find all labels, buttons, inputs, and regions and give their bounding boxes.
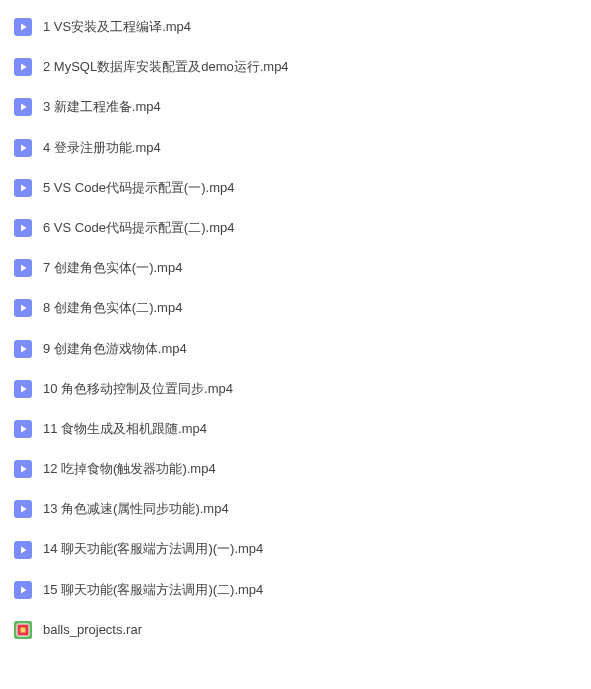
file-name: 9 创建角色游戏物体.mp4 (43, 340, 187, 358)
file-name: 8 创建角色实体(二).mp4 (43, 299, 182, 317)
file-row[interactable]: 13 角色减速(属性同步功能).mp4 (14, 500, 577, 518)
file-name: 12 吃掉食物(触发器功能).mp4 (43, 460, 216, 478)
file-row[interactable]: 3 新建工程准备.mp4 (14, 98, 577, 116)
video-icon (14, 259, 32, 277)
file-name: 11 食物生成及相机跟随.mp4 (43, 420, 207, 438)
video-icon (14, 581, 32, 599)
video-icon (14, 460, 32, 478)
file-name: 15 聊天功能(客服端方法调用)(二).mp4 (43, 581, 263, 599)
file-row[interactable]: 8 创建角色实体(二).mp4 (14, 299, 577, 317)
rar-icon (14, 621, 32, 639)
file-list: 1 VS安装及工程编译.mp4 2 MySQL数据库安装配置及demo运行.mp… (14, 18, 577, 639)
file-name: 14 聊天功能(客服端方法调用)(一).mp4 (43, 540, 263, 558)
file-name: 10 角色移动控制及位置同步.mp4 (43, 380, 233, 398)
file-name: balls_projects.rar (43, 621, 142, 639)
file-row[interactable]: 9 创建角色游戏物体.mp4 (14, 340, 577, 358)
file-row[interactable]: 1 VS安装及工程编译.mp4 (14, 18, 577, 36)
video-icon (14, 340, 32, 358)
video-icon (14, 179, 32, 197)
file-name: 7 创建角色实体(一).mp4 (43, 259, 182, 277)
file-row[interactable]: 14 聊天功能(客服端方法调用)(一).mp4 (14, 540, 577, 558)
file-name: 4 登录注册功能.mp4 (43, 139, 161, 157)
file-name: 2 MySQL数据库安装配置及demo运行.mp4 (43, 58, 289, 76)
file-row[interactable]: 10 角色移动控制及位置同步.mp4 (14, 380, 577, 398)
video-icon (14, 299, 32, 317)
file-row[interactable]: 6 VS Code代码提示配置(二).mp4 (14, 219, 577, 237)
video-icon (14, 541, 32, 559)
file-name: 6 VS Code代码提示配置(二).mp4 (43, 219, 234, 237)
file-row[interactable]: 5 VS Code代码提示配置(一).mp4 (14, 179, 577, 197)
file-row[interactable]: 7 创建角色实体(一).mp4 (14, 259, 577, 277)
video-icon (14, 98, 32, 116)
file-row[interactable]: 12 吃掉食物(触发器功能).mp4 (14, 460, 577, 478)
video-icon (14, 500, 32, 518)
video-icon (14, 18, 32, 36)
video-icon (14, 58, 32, 76)
file-name: 5 VS Code代码提示配置(一).mp4 (43, 179, 234, 197)
svg-rect-17 (21, 627, 26, 632)
file-row[interactable]: 2 MySQL数据库安装配置及demo运行.mp4 (14, 58, 577, 76)
file-row[interactable]: 15 聊天功能(客服端方法调用)(二).mp4 (14, 581, 577, 599)
file-row[interactable]: 11 食物生成及相机跟随.mp4 (14, 420, 577, 438)
video-icon (14, 420, 32, 438)
file-name: 1 VS安装及工程编译.mp4 (43, 18, 191, 36)
file-row[interactable]: balls_projects.rar (14, 621, 577, 639)
file-name: 3 新建工程准备.mp4 (43, 98, 161, 116)
video-icon (14, 139, 32, 157)
file-name: 13 角色减速(属性同步功能).mp4 (43, 500, 229, 518)
file-row[interactable]: 4 登录注册功能.mp4 (14, 139, 577, 157)
video-icon (14, 380, 32, 398)
video-icon (14, 219, 32, 237)
